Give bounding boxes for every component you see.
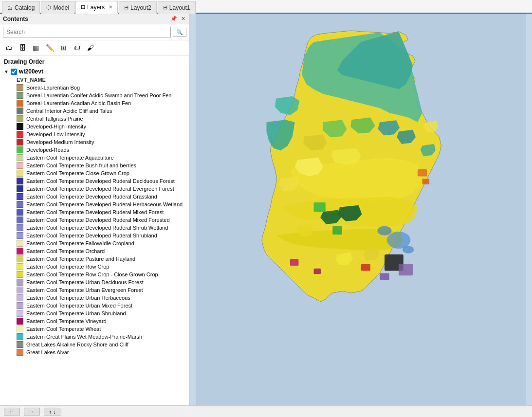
- tab-icon-layout2: ⊟: [124, 4, 128, 11]
- tab-icon-catalog: 🗂: [7, 5, 13, 11]
- legend-item-label: Eastern Cool Temperate Row Crop: [26, 264, 109, 270]
- legend-item-label: Eastern Cool Temperate Orchard: [26, 248, 105, 254]
- legend-item: Eastern Cool Temperate Urban Herbaceous: [17, 294, 186, 302]
- svg-rect-2: [332, 226, 342, 234]
- tab-catalog[interactable]: 🗂Catalog: [2, 1, 40, 14]
- legend-item-label: Eastern Cool Temperate Urban Shrubland: [26, 310, 126, 316]
- tab-icon-layout1: ⊟: [163, 4, 167, 11]
- legend-color-swatch: [17, 217, 23, 223]
- legend-item: Developed-Medium Intensity: [17, 138, 186, 146]
- map-svg: [190, 14, 532, 405]
- back-button[interactable]: ←: [4, 408, 20, 416]
- contents-title: Contents: [3, 16, 28, 22]
- legend-item: Eastern Cool Temperate Urban Mixed Fores…: [17, 302, 186, 309]
- tab-layers[interactable]: ⊞Layers✕: [75, 1, 118, 14]
- legend-item-label: Eastern Cool Temperate Urban Deciduous F…: [26, 279, 144, 285]
- legend-color-swatch: [17, 240, 23, 247]
- table-button[interactable]: ⊞: [58, 42, 69, 53]
- contents-header: Contents 📌 ✕: [0, 14, 189, 24]
- legend-item: Developed-Roads: [17, 146, 186, 154]
- search-input[interactable]: [3, 27, 171, 37]
- tab-icon-layers: ⊞: [81, 4, 85, 10]
- label-button[interactable]: 🏷: [71, 42, 83, 53]
- legend-item-label: Eastern Cool Temperate Bush fruit and be…: [26, 163, 136, 168]
- legend-item-label: Developed-Medium Intensity: [26, 139, 94, 145]
- nav-button[interactable]: ↑ ↓: [44, 408, 61, 416]
- tab-label-layers: Layers: [87, 4, 105, 11]
- legend-container: EVT_NAME Boreal-Laurentian Bog Boreal-La…: [3, 76, 186, 356]
- legend-item: Eastern Cool Temperate Developed Ruderal…: [17, 224, 186, 232]
- legend-item-label: Central Tallgrass Prairie: [26, 116, 83, 122]
- legend-item: Boreal-Laurentian-Acadian Acidic Basin F…: [17, 99, 186, 107]
- legend-color-swatch: [17, 146, 23, 153]
- legend-item: Eastern Cool Temperate Developed Ruderal…: [17, 216, 186, 224]
- database-button[interactable]: 🗄: [17, 42, 28, 53]
- legend-item: Eastern Cool Temperate Orchard: [17, 247, 186, 255]
- svg-rect-8: [422, 179, 430, 184]
- search-button[interactable]: 🔍: [173, 28, 186, 37]
- svg-rect-1: [314, 202, 326, 212]
- legend-color-swatch: [17, 92, 23, 99]
- legend-color-swatch: [17, 115, 23, 122]
- tab-close-layers[interactable]: ✕: [109, 4, 112, 10]
- tab-layout1[interactable]: ⊟Layout1: [158, 1, 196, 14]
- legend-color-swatch: [17, 123, 23, 130]
- legend-color-swatch: [17, 185, 23, 192]
- edit-button[interactable]: ✏️: [43, 42, 56, 53]
- legend-color-swatch: [17, 255, 23, 262]
- legend-item-label: Eastern Cool Temperate Developed Ruderal…: [26, 201, 183, 207]
- pin-button[interactable]: 📌: [169, 16, 178, 22]
- legend-item-label: Boreal-Laurentian-Acadian Acidic Basin F…: [26, 100, 131, 106]
- contents-panel: Contents 📌 ✕ 🔍 🗂 🗄 ▦ ✏️ ⊞ 🏷 🖌 Drawing Or…: [0, 14, 190, 405]
- legend-item-label: Eastern Cool Temperate Developed Ruderal…: [26, 186, 174, 192]
- expand-arrow-icon: ▼: [4, 69, 9, 74]
- filter-button[interactable]: ▦: [30, 42, 41, 53]
- legend-color-swatch: [17, 201, 23, 208]
- layer-checkbox[interactable]: [11, 69, 17, 75]
- map-area[interactable]: [190, 14, 532, 405]
- legend-color-swatch: [17, 263, 23, 270]
- tab-model[interactable]: ⬡Model: [41, 1, 74, 14]
- layer-group-header[interactable]: ▼ wi200evt: [3, 67, 186, 76]
- legend-color-swatch: [17, 193, 23, 200]
- legend-item-label: Great Lakes Alvar: [26, 349, 69, 355]
- symbology-button[interactable]: 🖌: [85, 42, 96, 53]
- legend-item: Eastern Cool Temperate Fallow/Idle Cropl…: [17, 239, 186, 247]
- close-panel-button[interactable]: ✕: [180, 16, 186, 22]
- tab-bar: 🗂Catalog⬡Model⊞Layers✕⊟Layout2⊟Layout1: [0, 0, 532, 14]
- legend-item: Eastern Cool Temperate Developed Ruderal…: [17, 232, 186, 239]
- legend-color-swatch: [17, 139, 23, 145]
- layer-list[interactable]: ▼ wi200evt EVT_NAME Boreal-Laurentian Bo…: [0, 66, 189, 405]
- legend-item: Eastern Cool Temperate Urban Shrubland: [17, 309, 186, 317]
- forward-button[interactable]: →: [24, 408, 40, 416]
- legend-item: Eastern Great Plains Wet Meadow-Prairie-…: [17, 333, 186, 341]
- toolbar-row: 🗂 🗄 ▦ ✏️ ⊞ 🏷 🖌: [0, 40, 189, 55]
- svg-rect-5: [399, 264, 413, 275]
- svg-rect-4: [361, 264, 370, 271]
- legend-item: Eastern Cool Temperate Developed Ruderal…: [17, 200, 186, 208]
- legend-item: Eastern Cool Temperate Developed Ruderal…: [17, 185, 186, 193]
- list-view-button[interactable]: 🗂: [3, 42, 15, 53]
- tab-label-model: Model: [53, 4, 69, 11]
- legend-color-swatch: [17, 232, 23, 239]
- tab-label-layout2: Layout2: [130, 4, 151, 11]
- tab-label-layout1: Layout1: [169, 4, 190, 11]
- tab-layout2[interactable]: ⊟Layout2: [119, 1, 157, 14]
- legend-color-swatch: [17, 154, 23, 161]
- legend-item: Eastern Cool Temperate Urban Evergreen F…: [17, 286, 186, 294]
- legend-item: Central Tallgrass Prairie: [17, 115, 186, 123]
- legend-item-label: Eastern Cool Temperate Fallow/Idle Cropl…: [26, 240, 134, 246]
- legend-color-swatch: [17, 248, 23, 254]
- svg-point-13: [403, 246, 414, 254]
- legend-item: Eastern Cool Temperate Row Crop: [17, 263, 186, 271]
- legend-color-swatch: [17, 131, 23, 138]
- bottom-bar: ← → ↑ ↓: [0, 405, 532, 417]
- svg-rect-6: [380, 273, 389, 280]
- legend-item-label: Developed-Roads: [26, 147, 69, 153]
- legend-item: Developed-Low Intensity: [17, 130, 186, 138]
- legend-item: Boreal-Laurentian Conifer Acidic Swamp a…: [17, 91, 186, 99]
- contents-header-actions: 📌 ✕: [169, 16, 186, 22]
- legend-item-label: Eastern Cool Temperate Row Crop - Close …: [26, 272, 158, 277]
- svg-point-12: [377, 226, 391, 235]
- legend-item: Eastern Cool Temperate Aquaculture: [17, 154, 186, 162]
